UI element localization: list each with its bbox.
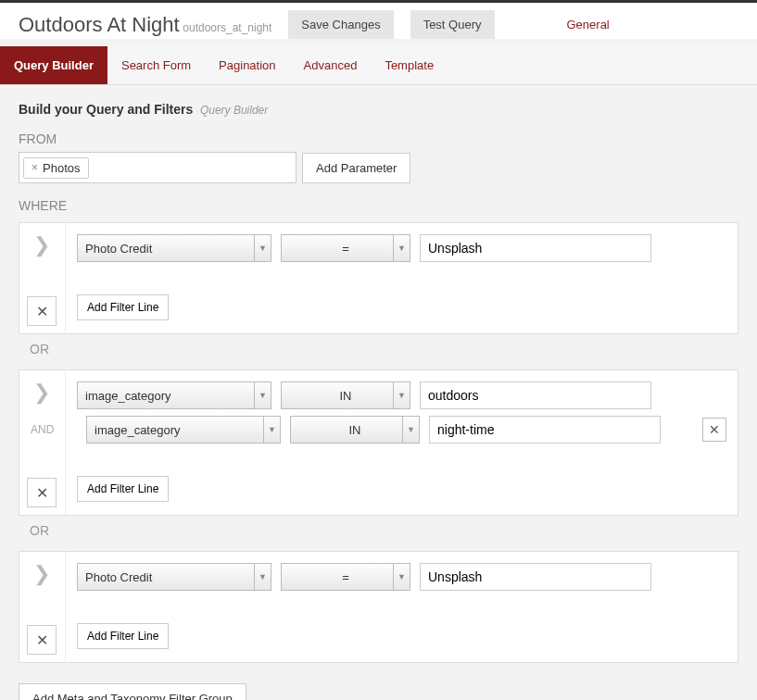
section-sub: Query Builder (200, 104, 268, 117)
slug-text: outdoors_at_night (183, 21, 271, 34)
chevron-right-icon[interactable]: ❯ (27, 231, 57, 260)
value-input[interactable] (420, 234, 651, 262)
field-select[interactable]: image_category ▼ (77, 381, 271, 409)
add-parameter-button[interactable]: Add Parameter (302, 153, 410, 183)
filter-group: ❯ ✕ Photo Credit ▼ = ▼ Add Filter Line (19, 551, 738, 663)
operator-value: = (342, 570, 349, 584)
from-label: FROM (19, 131, 738, 146)
filter-row: Photo Credit ▼ = ▼ (77, 563, 726, 591)
tab-pagination[interactable]: Pagination (205, 46, 289, 84)
field-value: Photo Credit (85, 242, 152, 256)
filter-row: AND image_category ▼ IN ▼ ✕ (77, 416, 726, 444)
field-select[interactable]: Photo Credit ▼ (77, 234, 271, 262)
tab-query-builder[interactable]: Query Builder (0, 46, 107, 84)
remove-tag-icon[interactable]: × (32, 161, 38, 174)
operator-value: = (342, 242, 349, 256)
chevron-down-icon: ▼ (393, 235, 410, 261)
or-label: OR (19, 516, 738, 542)
tab-advanced[interactable]: Advanced (290, 46, 372, 84)
and-label: AND (31, 423, 66, 436)
add-filter-line-button[interactable]: Add Filter Line (77, 623, 169, 649)
tab-template[interactable]: Template (371, 46, 448, 84)
save-button[interactable]: Save Changes (288, 10, 393, 39)
field-value: Photo Credit (85, 570, 152, 584)
tab-search-form[interactable]: Search Form (107, 46, 205, 84)
add-group-button[interactable]: Add Meta and Taxonomy Filter Group (19, 683, 246, 700)
section-title: Build your Query and Filters (19, 102, 193, 117)
chevron-down-icon: ▼ (263, 417, 280, 443)
operator-select[interactable]: = ▼ (281, 234, 410, 262)
value-input[interactable] (420, 381, 651, 409)
chevron-down-icon: ▼ (254, 564, 271, 590)
value-input[interactable] (420, 563, 651, 591)
from-tags[interactable]: × Photos (19, 152, 296, 183)
chevron-down-icon: ▼ (402, 417, 419, 443)
add-filter-line-button[interactable]: Add Filter Line (77, 476, 169, 502)
test-query-button[interactable]: Test Query (410, 10, 495, 39)
operator-value: IN (349, 423, 361, 437)
page-title: Outdoors At Night outdoors_at_night (19, 13, 271, 37)
general-link[interactable]: General (567, 18, 610, 31)
add-filter-line-button[interactable]: Add Filter Line (77, 294, 169, 320)
title-text: Outdoors At Night (19, 13, 180, 36)
remove-row-button[interactable]: ✕ (702, 418, 726, 442)
chevron-right-icon[interactable]: ❯ (27, 378, 57, 407)
operator-select[interactable]: IN ▼ (281, 381, 410, 409)
filter-row: Photo Credit ▼ = ▼ (77, 234, 726, 262)
tabs: Query BuilderSearch FormPaginationAdvanc… (0, 46, 757, 85)
where-label: WHERE (19, 198, 738, 213)
remove-group-button[interactable]: ✕ (27, 478, 57, 507)
chevron-right-icon[interactable]: ❯ (27, 559, 57, 589)
field-value: image_category (95, 423, 181, 437)
operator-select[interactable]: = ▼ (281, 563, 410, 591)
filter-group: ❯ ✕ image_category ▼ IN ▼ AND image_cate… (19, 369, 738, 516)
filter-row: image_category ▼ IN ▼ (77, 381, 726, 409)
field-value: image_category (85, 389, 171, 403)
chevron-down-icon: ▼ (393, 382, 410, 408)
remove-group-button[interactable]: ✕ (27, 625, 57, 655)
chevron-down-icon: ▼ (254, 235, 271, 261)
from-tag[interactable]: × Photos (23, 157, 89, 179)
chevron-down-icon: ▼ (254, 382, 271, 408)
value-input[interactable] (429, 416, 661, 444)
section-heading: Build your Query and Filters Query Build… (19, 102, 738, 117)
field-select[interactable]: image_category ▼ (86, 416, 281, 444)
filter-group: ❯ ✕ Photo Credit ▼ = ▼ Add Filter Line (19, 222, 738, 334)
header: Outdoors At Night outdoors_at_night Save… (0, 3, 757, 39)
operator-value: IN (340, 389, 352, 403)
field-select[interactable]: Photo Credit ▼ (77, 563, 271, 591)
remove-group-button[interactable]: ✕ (27, 296, 57, 326)
or-label: OR (19, 334, 738, 360)
chevron-down-icon: ▼ (393, 564, 410, 590)
operator-select[interactable]: IN ▼ (290, 416, 420, 444)
tag-label: Photos (43, 161, 80, 175)
